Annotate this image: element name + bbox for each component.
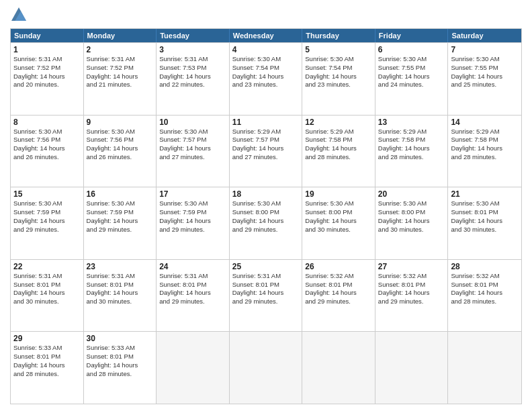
cell-info-line: Sunset: 7:55 PM	[378, 64, 445, 73]
cell-info-line: Daylight: 14 hours	[159, 73, 226, 81]
cell-info-line: Daylight: 14 hours	[159, 217, 226, 226]
calendar-cell: 20Sunrise: 5:30 AMSunset: 8:00 PMDayligh…	[375, 187, 449, 259]
cell-info-line: Sunrise: 5:30 AM	[159, 128, 226, 136]
cell-day-number: 24	[159, 262, 226, 271]
cell-day-number: 4	[232, 45, 300, 54]
cell-day-number: 10	[159, 118, 226, 127]
calendar-cell: 12Sunrise: 5:29 AMSunset: 7:58 PMDayligh…	[302, 116, 375, 187]
calendar-cell: 24Sunrise: 5:31 AMSunset: 8:01 PMDayligh…	[157, 260, 230, 332]
cell-info-line: Daylight: 14 hours	[87, 217, 154, 226]
cell-info-line: Sunset: 7:58 PM	[305, 136, 372, 144]
cell-info-line: and 26 minutes.	[87, 153, 154, 162]
cell-day-number: 7	[451, 45, 519, 54]
cell-day-number: 13	[378, 118, 445, 127]
cell-info-line: Sunrise: 5:30 AM	[305, 199, 372, 208]
cell-info-line: Sunrise: 5:32 AM	[305, 272, 372, 281]
cell-info-line: Sunrise: 5:31 AM	[159, 272, 226, 281]
cell-info-line: Sunrise: 5:29 AM	[378, 128, 445, 136]
cell-day-number: 20	[378, 189, 445, 199]
calendar-header-cell: Sunday	[11, 29, 84, 42]
calendar-cell: 3Sunrise: 5:31 AMSunset: 7:53 PMDaylight…	[157, 43, 230, 115]
calendar-cell: 26Sunrise: 5:32 AMSunset: 8:01 PMDayligh…	[302, 260, 375, 332]
cell-info-line: Sunset: 7:56 PM	[13, 136, 81, 144]
cell-info-line: Sunrise: 5:32 AM	[378, 272, 445, 281]
cell-info-line: and 28 minutes.	[451, 298, 519, 306]
cell-info-line: and 25 minutes.	[451, 81, 519, 89]
calendar-row: 29Sunrise: 5:33 AMSunset: 8:01 PMDayligh…	[11, 331, 521, 404]
cell-info-line: and 21 minutes.	[87, 81, 154, 89]
cell-info-line: Daylight: 14 hours	[232, 217, 300, 226]
cell-day-number: 28	[451, 262, 519, 271]
cell-info-line: and 30 minutes.	[451, 226, 519, 234]
cell-info-line: Sunrise: 5:29 AM	[232, 128, 300, 136]
cell-info-line: and 29 minutes.	[232, 226, 300, 234]
cell-day-number: 9	[87, 118, 154, 127]
cell-info-line: Sunrise: 5:31 AM	[232, 272, 300, 281]
header	[10, 7, 522, 23]
calendar-cell: 13Sunrise: 5:29 AMSunset: 7:58 PMDayligh…	[375, 116, 449, 187]
cell-info-line: Sunset: 7:58 PM	[378, 136, 445, 144]
cell-info-line: Sunset: 7:53 PM	[159, 64, 226, 73]
cell-info-line: Sunrise: 5:31 AM	[87, 55, 154, 64]
cell-day-number: 11	[232, 118, 300, 127]
calendar-cell: 11Sunrise: 5:29 AMSunset: 7:57 PMDayligh…	[230, 116, 303, 187]
cell-info-line: Sunrise: 5:31 AM	[159, 55, 226, 64]
cell-info-line: Sunrise: 5:30 AM	[378, 55, 445, 64]
cell-info-line: and 22 minutes.	[159, 81, 226, 89]
calendar-cell: 23Sunrise: 5:31 AMSunset: 8:01 PMDayligh…	[84, 260, 157, 332]
calendar-cell: 22Sunrise: 5:31 AMSunset: 8:01 PMDayligh…	[11, 260, 84, 332]
calendar-header-cell: Thursday	[302, 29, 375, 42]
cell-day-number: 15	[13, 189, 81, 199]
cell-info-line: Sunrise: 5:30 AM	[305, 55, 372, 64]
cell-info-line: Daylight: 14 hours	[13, 144, 81, 153]
cell-info-line: Sunset: 8:01 PM	[13, 353, 81, 361]
calendar-cell: 1Sunrise: 5:31 AMSunset: 7:52 PMDaylight…	[11, 43, 84, 115]
calendar-cell: 28Sunrise: 5:32 AMSunset: 8:01 PMDayligh…	[448, 260, 521, 332]
cell-day-number: 2	[87, 45, 154, 54]
cell-info-line: Sunset: 8:01 PM	[232, 281, 300, 289]
calendar-cell: 18Sunrise: 5:30 AMSunset: 8:00 PMDayligh…	[230, 187, 303, 259]
cell-info-line: Sunrise: 5:30 AM	[378, 199, 445, 208]
cell-info-line: and 30 minutes.	[305, 226, 372, 234]
cell-info-line: Sunset: 7:52 PM	[13, 64, 81, 73]
cell-info-line: Sunrise: 5:31 AM	[13, 272, 81, 281]
calendar-row: 22Sunrise: 5:31 AMSunset: 8:01 PMDayligh…	[11, 259, 521, 332]
cell-info-line: and 23 minutes.	[232, 81, 300, 89]
calendar-cell: 4Sunrise: 5:30 AMSunset: 7:54 PMDaylight…	[230, 43, 303, 115]
calendar-row: 1Sunrise: 5:31 AMSunset: 7:52 PMDaylight…	[11, 42, 521, 115]
cell-info-line: Daylight: 14 hours	[13, 361, 81, 370]
cell-info-line: Sunrise: 5:30 AM	[13, 199, 81, 208]
calendar-header-cell: Friday	[375, 29, 449, 42]
cell-info-line: Daylight: 14 hours	[305, 144, 372, 153]
cell-info-line: Sunrise: 5:30 AM	[451, 55, 519, 64]
cell-info-line: and 28 minutes.	[87, 370, 154, 379]
cell-day-number: 27	[378, 262, 445, 271]
cell-info-line: Sunrise: 5:30 AM	[232, 55, 300, 64]
cell-info-line: and 29 minutes.	[305, 298, 372, 306]
cell-info-line: Sunset: 7:55 PM	[451, 64, 519, 73]
cell-info-line: Sunset: 7:54 PM	[305, 64, 372, 73]
calendar-header-row: SundayMondayTuesdayWednesdayThursdayFrid…	[11, 29, 521, 42]
cell-info-line: and 28 minutes.	[378, 153, 445, 162]
cell-day-number: 3	[159, 45, 226, 54]
cell-info-line: Sunrise: 5:30 AM	[451, 199, 519, 208]
cell-info-line: Daylight: 14 hours	[378, 73, 445, 81]
cell-day-number: 25	[232, 262, 300, 271]
cell-info-line: Sunrise: 5:30 AM	[13, 128, 81, 136]
cell-info-line: Sunset: 8:01 PM	[13, 281, 81, 289]
cell-info-line: Sunset: 8:01 PM	[451, 208, 519, 217]
cell-day-number: 6	[378, 45, 445, 54]
calendar-cell: 10Sunrise: 5:30 AMSunset: 7:57 PMDayligh…	[157, 116, 230, 187]
calendar-cell: 5Sunrise: 5:30 AMSunset: 7:54 PMDaylight…	[302, 43, 375, 115]
cell-info-line: Sunrise: 5:32 AM	[451, 272, 519, 281]
cell-info-line: and 29 minutes.	[87, 226, 154, 234]
cell-info-line: Daylight: 14 hours	[451, 289, 519, 298]
calendar-body: 1Sunrise: 5:31 AMSunset: 7:52 PMDaylight…	[11, 42, 521, 404]
calendar-header-cell: Wednesday	[230, 29, 303, 42]
cell-day-number: 26	[305, 262, 372, 271]
cell-day-number: 5	[305, 45, 372, 54]
cell-info-line: Sunrise: 5:29 AM	[451, 128, 519, 136]
cell-day-number: 22	[13, 262, 81, 271]
cell-info-line: Sunset: 8:00 PM	[232, 208, 300, 217]
cell-info-line: and 30 minutes.	[378, 226, 445, 234]
